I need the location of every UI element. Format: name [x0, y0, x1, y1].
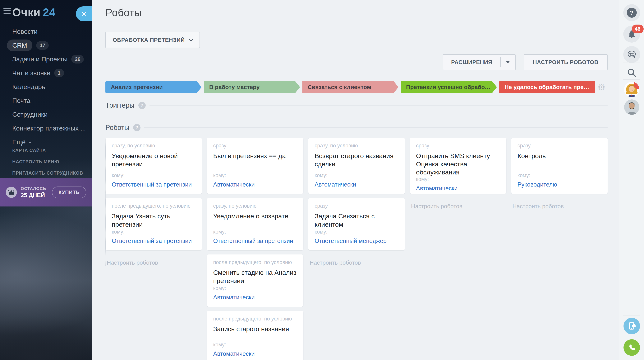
avatar-user-female[interactable]: 1	[624, 82, 640, 97]
sidebar-menu-item[interactable]: Новости	[12, 25, 88, 38]
robot-card[interactable]: после предыдущего, по условиюЗапись стар…	[207, 311, 303, 360]
mobile-app-button[interactable]	[624, 318, 640, 334]
sidebar-utility-link[interactable]: КАРТА САЙТА	[12, 148, 83, 153]
pipeline-stages: Анализ претензииВ работу мастеруСвязатьс…	[106, 81, 595, 93]
robot-to-label: кому:	[213, 229, 297, 235]
robot-card[interactable]: сразуКонтролькому:Руководителю	[511, 138, 608, 194]
robot-assignee-link[interactable]: Ответственный менеджер	[314, 238, 398, 245]
close-icon: ×	[82, 9, 86, 19]
chat-exchange-button[interactable]	[623, 46, 640, 63]
sidebar-utility-link[interactable]: ПРИГЛАСИТЬ СОТРУДНИКОВ	[12, 170, 83, 176]
logo-accent: 24	[43, 6, 56, 19]
help-button[interactable]: ?	[623, 4, 640, 21]
rail-divider	[623, 315, 640, 315]
section-divider	[150, 105, 608, 106]
pipeline-stage[interactable]: Связаться с клиентом	[302, 81, 398, 93]
sidebar-menu-item[interactable]: Календарь	[12, 80, 88, 94]
robot-timing-label: после предыдущего, по условию	[213, 259, 297, 265]
sidebar-item-badge: 1	[54, 69, 64, 77]
configure-robots-link[interactable]: Настроить роботов	[107, 259, 202, 266]
sidebar-item-badge: 26	[71, 55, 84, 64]
sidebar-menu-item[interactable]: Коннектор платежных ...	[12, 121, 88, 135]
robot-card[interactable]: сразу, по условиюУведомление о новой пре…	[106, 138, 202, 194]
trial-days-left: 25 ДНЕЙ	[21, 192, 46, 199]
triggers-help-icon[interactable]: ?	[138, 102, 146, 109]
robot-column: сразу, по условиюВозврат старого названи…	[308, 138, 404, 266]
robot-timing-label: сразу, по условию	[314, 143, 398, 149]
sidebar-item-label: Новости	[12, 28, 38, 35]
configure-robots-link[interactable]: Настроить роботов	[512, 203, 608, 210]
stage-settings-gear-icon[interactable]: ⚙	[595, 82, 608, 92]
robot-assignee-link[interactable]: Ответственный за претензии	[112, 181, 196, 188]
triggers-section-header: Триггеры ?	[106, 101, 608, 109]
sidebar-utility-link[interactable]: НАСТРОИТЬ МЕНЮ	[12, 159, 83, 164]
hamburger-menu-icon[interactable]	[4, 8, 11, 15]
buy-button[interactable]: КУПИТЬ	[52, 187, 86, 198]
configure-robots-link[interactable]: Настроить роботов	[310, 259, 404, 266]
robot-assignee-link[interactable]: Автоматически	[213, 181, 297, 188]
robot-title: Задача Связаться с клиентом	[314, 212, 398, 228]
sidebar-item-label: Сотрудники	[12, 111, 48, 118]
pipeline-stage[interactable]: В работу мастеру	[204, 81, 300, 93]
extensions-label: РАСШИРЕНИЯ	[443, 55, 500, 70]
sidebar-menu-item[interactable]: Сотрудники	[12, 107, 88, 121]
sidebar-menu-item[interactable]: CRM17	[12, 38, 88, 52]
robot-assignee-link[interactable]: Руководителю	[518, 181, 602, 188]
robot-card[interactable]: сразу, по условиюВозврат старого названи…	[308, 138, 404, 194]
robot-assignee-link[interactable]: Автоматически	[314, 181, 398, 188]
robot-to-label: кому:	[213, 285, 297, 291]
robot-title: Запись старого названия	[213, 325, 297, 333]
logo-text: Очки	[12, 6, 40, 19]
robot-assignee-link[interactable]: Ответственный за претензии	[213, 238, 297, 245]
avatar-user-male[interactable]	[624, 99, 640, 115]
spacer	[213, 160, 297, 173]
robot-card[interactable]: сразуБыл в претензиях == дакому:Автомати…	[207, 138, 303, 194]
funnel-selector-label: ОБРАБОТКА ПРЕТЕНЗИЙ	[113, 37, 185, 43]
robot-assignee-link[interactable]: Ответственный за претензии	[112, 238, 196, 245]
extensions-dropdown-toggle[interactable]	[501, 55, 515, 70]
sidebar-menu-item[interactable]: Задачи и Проекты26	[12, 52, 88, 66]
robot-card[interactable]: сразуЗадача Связаться с клиентомкому:Отв…	[308, 198, 404, 250]
spacer	[213, 333, 297, 342]
pipeline-stage-bar: Анализ претензииВ работу мастеруСвязатьс…	[106, 81, 608, 93]
configure-robots-button[interactable]: НАСТРОИТЬ РОБОТОВ	[524, 54, 608, 70]
sidebar-menu-item[interactable]: Чат и звонки1	[12, 66, 88, 80]
robot-card[interactable]: сразу, по условиюУведомление о возвратек…	[207, 198, 303, 250]
pipeline-stage[interactable]: Анализ претензии	[106, 81, 202, 93]
triggers-section-title: Триггеры	[106, 101, 134, 109]
robot-card[interactable]: сразуОтправить SMS клиенту Оценка качест…	[410, 138, 506, 194]
sidebar-close-button[interactable]: ×	[76, 6, 92, 21]
pipeline-stage[interactable]: Претензия успешно обработана	[401, 81, 497, 93]
robot-title: Уведомление о новой претензии	[112, 152, 196, 168]
configure-robots-link[interactable]: Настроить роботов	[411, 203, 506, 210]
sidebar-item-label: Почта	[12, 97, 30, 104]
robot-column: сразуОтправить SMS клиенту Оценка качест…	[410, 138, 506, 210]
sidebar-menu-item[interactable]: Ещё	[12, 135, 88, 149]
robot-assignee-link[interactable]: Автоматически	[416, 185, 500, 192]
search-button[interactable]	[625, 66, 638, 79]
sidebar-item-label: Чат и звонки	[12, 69, 50, 77]
extensions-button[interactable]: РАСШИРЕНИЯ	[443, 54, 516, 70]
robot-card[interactable]: после предыдущего, по условиюЗадача Узна…	[106, 198, 202, 250]
spacer	[518, 160, 602, 173]
robot-card[interactable]: после предыдущего, по условиюСменить ста…	[207, 254, 303, 307]
funnel-selector-button[interactable]: ОБРАБОТКА ПРЕТЕНЗИЙ	[106, 32, 200, 48]
sidebar-menu-item[interactable]: Почта	[12, 94, 88, 107]
app-logo[interactable]: Очки24	[12, 6, 56, 19]
robot-to-label: кому:	[518, 172, 602, 178]
robot-timing-label: сразу	[314, 203, 398, 209]
chat-arrows-icon	[627, 51, 636, 59]
robot-title: Возврат старого названия сделки	[314, 152, 398, 168]
call-button[interactable]	[624, 339, 640, 356]
robot-assignee-link[interactable]: Автоматически	[213, 350, 297, 357]
robot-assignee-link[interactable]: Автоматически	[213, 294, 297, 301]
sidebar-item-label: Календарь	[12, 83, 45, 91]
notifications-button[interactable]: 46	[623, 26, 640, 43]
robot-column: сразуКонтролькому:РуководителюНастроить …	[511, 138, 608, 210]
robots-help-icon[interactable]: ?	[133, 124, 140, 131]
pipeline-stage[interactable]: Не удалось обработать прете...	[499, 81, 595, 93]
search-icon	[627, 68, 637, 78]
robot-title: Задача Узнать суть претензии	[112, 212, 196, 228]
robot-to-label: кому:	[213, 172, 297, 178]
phone-cloud-icon	[628, 322, 636, 330]
